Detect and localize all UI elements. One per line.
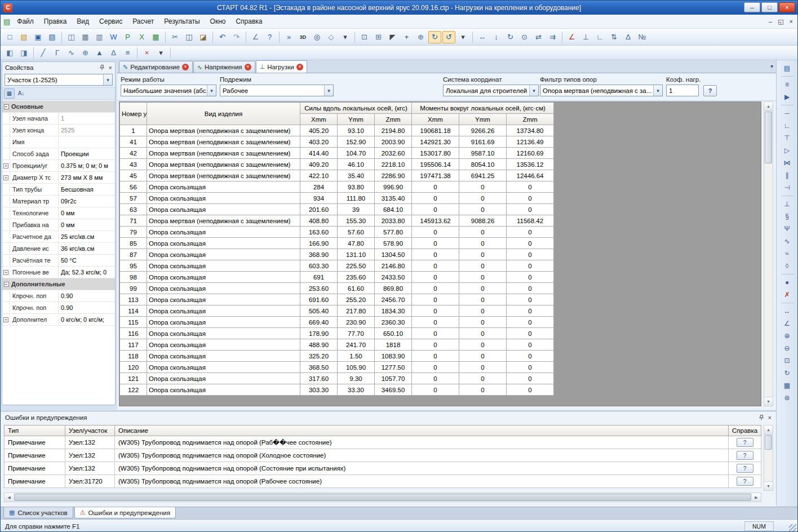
property-row[interactable]: +Проекции/уг0.375 м; 0 м; 0 м: [2, 160, 115, 172]
property-value[interactable]: [59, 136, 115, 148]
document-tab[interactable]: ✎Редактирование×: [119, 61, 193, 73]
delete-mode-icon[interactable]: ×: [140, 47, 153, 59]
property-row[interactable]: Кпрочн. поп0.90: [2, 290, 115, 302]
pin-icon[interactable]: [759, 415, 764, 420]
rotate-view-icon[interactable]: ↻: [780, 367, 795, 379]
property-value[interactable]: 0.90: [59, 302, 115, 313]
table-row[interactable]: 115Опора скользящая669.40230.902360.3000…: [120, 317, 554, 328]
minimize-button[interactable]: –: [744, 2, 760, 12]
column-header-forces[interactable]: Силы вдоль локальных осей, (кгс): [300, 103, 412, 114]
table-row[interactable]: 117Опора скользящая488.90241.701818000: [120, 339, 554, 351]
submode-select[interactable]: Рабочее ▾: [220, 85, 334, 96]
error-row[interactable]: ПримечаниеУзел:132(W305) Трубопровод под…: [5, 462, 761, 475]
zoom-in-icon[interactable]: ⊕: [414, 31, 427, 43]
print-preview-icon[interactable]: ◫: [65, 31, 78, 43]
measure-angle-icon[interactable]: ∠: [780, 317, 795, 330]
undo-icon[interactable]: ↶: [216, 31, 229, 43]
measure-icon[interactable]: ∠: [249, 31, 262, 43]
pan-icon[interactable]: +: [400, 31, 413, 43]
property-section[interactable]: −Дополнительные: [2, 278, 115, 290]
bottom-tab[interactable]: ▦Список участков: [3, 507, 73, 518]
insert-node-icon[interactable]: ⊙: [518, 31, 531, 43]
zoom-out-view-icon[interactable]: ⊖: [780, 342, 795, 354]
property-row[interactable]: Способ задаПроекции: [2, 148, 115, 160]
document-tab[interactable]: ⊥Нагрузки×: [256, 60, 307, 73]
table-row[interactable]: 87Опора скользящая368.90131.101304.50000: [120, 249, 554, 260]
menu-item[interactable]: Правка: [39, 15, 72, 28]
table-row[interactable]: 113Опора скользящая691.60255.202456.7000…: [120, 294, 554, 305]
new-file-icon[interactable]: □: [3, 31, 16, 43]
scrollbar-thumb[interactable]: [765, 112, 772, 163]
table-row[interactable]: 57Опора скользящая934111.803135.40000: [120, 193, 554, 204]
insert-tee-icon[interactable]: ⊤: [780, 132, 795, 144]
property-value[interactable]: 0.375 м; 0 м; 0 м: [59, 160, 115, 171]
property-value[interactable]: 50 °С: [59, 255, 115, 266]
table-row[interactable]: 95Опора скользящая603.30225.502146.80000: [120, 260, 554, 272]
mirror-icon[interactable]: ▲: [93, 47, 106, 59]
mdi-close-button[interactable]: ×: [790, 18, 793, 25]
copy-icon[interactable]: ◫: [183, 31, 196, 43]
section-selector[interactable]: Участок (1-2525) ▾: [5, 74, 113, 86]
column-header-axis[interactable]: Zmm: [375, 114, 412, 125]
error-row[interactable]: ПримечаниеУзел:31720(W305) Трубопровод п…: [5, 475, 761, 488]
find-icon[interactable]: ◎: [311, 31, 323, 43]
column-header-axis[interactable]: Ymm: [459, 114, 507, 125]
property-row[interactable]: Расчётная те50 °С: [2, 255, 115, 267]
property-section[interactable]: −Основные: [2, 101, 115, 113]
menu-item[interactable]: Вид: [72, 15, 94, 28]
property-row[interactable]: Кпрочн. поп0.90: [2, 302, 115, 314]
refresh-view-icon[interactable]: ↻: [428, 31, 441, 43]
menu-item[interactable]: Файл: [12, 15, 39, 28]
help-icon[interactable]: ?: [263, 31, 276, 43]
maximize-button[interactable]: □: [761, 2, 778, 12]
table-row[interactable]: 98Опора скользящая691235.602433.50000: [120, 272, 554, 283]
zoom-window-icon[interactable]: ⊡: [358, 31, 371, 43]
errors-column-type[interactable]: Тип: [5, 425, 65, 436]
scroll-up-icon[interactable]: ▲: [764, 425, 773, 435]
table-row[interactable]: 116Опора скользящая178.9077.70650.10000: [120, 328, 554, 339]
toolbar-overflow-icon[interactable]: »: [282, 31, 295, 43]
print-view-icon[interactable]: ▦: [780, 379, 795, 392]
plus-box-icon[interactable]: +: [3, 175, 8, 180]
property-value[interactable]: 36 кгс/кв.см: [59, 243, 115, 254]
table-row[interactable]: 71Опора мертвая (неподвижная с защемлени…: [120, 215, 554, 227]
redo-icon[interactable]: ↷: [230, 31, 243, 43]
mdi-minimize-button[interactable]: –: [769, 18, 772, 25]
print-icon[interactable]: ▦: [79, 31, 92, 43]
delete-element-icon[interactable]: ✗: [780, 289, 795, 301]
chevron-down-icon[interactable]: ▾: [103, 74, 112, 85]
table-row[interactable]: 41Опора мертвая (неподвижная с защемлени…: [120, 136, 554, 148]
error-help-button[interactable]: ?: [737, 438, 753, 447]
insert-flange-icon[interactable]: ∥: [780, 169, 795, 181]
export-excel-icon[interactable]: X: [135, 31, 148, 43]
insert-support-icon[interactable]: ⊥: [780, 198, 795, 210]
table-row[interactable]: 85Опора скользящая166.9047.80578.90000: [120, 238, 554, 249]
property-value[interactable]: 2525: [59, 125, 115, 136]
measure-length-icon[interactable]: ↔: [780, 305, 795, 317]
property-value[interactable]: 1: [59, 113, 115, 124]
property-row[interactable]: Технологиче0 мм: [2, 207, 115, 219]
property-row[interactable]: +Диаметр X тс273 мм X 8 мм: [2, 172, 115, 184]
menu-item[interactable]: Расчет: [127, 15, 159, 28]
alphabetical-sort-icon[interactable]: А↓: [16, 88, 26, 99]
angle-icon[interactable]: ∠: [565, 31, 578, 43]
split-window-icon[interactable]: ◨: [17, 47, 30, 59]
panel-close-icon[interactable]: ×: [109, 64, 112, 71]
plus-box-icon[interactable]: +: [3, 163, 8, 169]
property-value[interactable]: Проекции: [59, 148, 115, 159]
property-row[interactable]: Имя: [2, 136, 115, 148]
property-row[interactable]: Узел конца2525: [2, 125, 115, 136]
scrollbar-thumb[interactable]: [14, 494, 751, 501]
table-row[interactable]: 99Опора скользящая253.6061.60869.80000: [120, 283, 554, 294]
table-row[interactable]: 121Опора скользящая317.609.301057.70000: [120, 373, 554, 384]
collapse-icon[interactable]: −: [2, 101, 10, 112]
insert-valve-icon[interactable]: ⋈: [780, 157, 795, 169]
show-diagram-icon[interactable]: ▤: [780, 62, 795, 74]
property-row[interactable]: Материал тр09г2с: [2, 196, 115, 207]
view-projection-icon[interactable]: ◇: [325, 31, 338, 43]
insert-reducer-icon[interactable]: ▷: [780, 144, 795, 157]
rotate-branch-icon[interactable]: ↻: [504, 31, 517, 43]
plus-box-icon[interactable]: +: [3, 317, 8, 322]
table-row[interactable]: 114Опора скользящая505.40217.801834.3000…: [120, 305, 554, 317]
property-value[interactable]: 0 кгс/м; 0 кгс/м;: [59, 314, 115, 325]
